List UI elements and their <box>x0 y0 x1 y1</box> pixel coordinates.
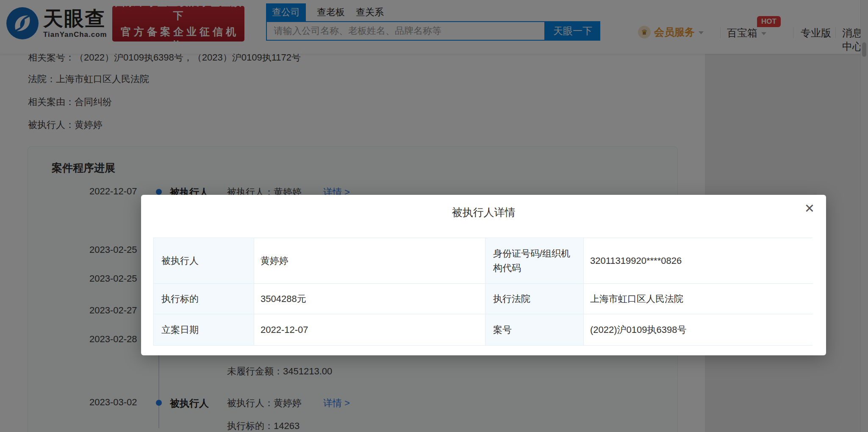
table-value: 2022-12-07 <box>254 314 485 345</box>
table-label: 立案日期 <box>154 314 254 345</box>
modal-title: 被执行人详情 <box>141 195 826 219</box>
table-label: 执行法院 <box>485 284 584 314</box>
table-label: 案号 <box>485 314 584 345</box>
table-value: 3504288元 <box>254 284 485 314</box>
table-value: (2022)沪0109执6398号 <box>584 314 813 345</box>
executed-person-detail-modal: 被执行人详情 ✕ 被执行人 黄婷婷 身份证号码/组织机构代码 320113199… <box>141 195 826 355</box>
table-label: 执行标的 <box>154 284 254 314</box>
table-value: 上海市虹口区人民法院 <box>584 284 813 314</box>
close-icon[interactable]: ✕ <box>804 202 815 215</box>
table-value: 32011319920****0826 <box>584 238 813 284</box>
detail-table: 被执行人 黄婷婷 身份证号码/组织机构代码 32011319920****082… <box>153 238 813 346</box>
table-label: 被执行人 <box>154 238 254 284</box>
table-value: 黄婷婷 <box>254 238 485 284</box>
table-label: 身份证号码/组织机构代码 <box>485 238 584 284</box>
